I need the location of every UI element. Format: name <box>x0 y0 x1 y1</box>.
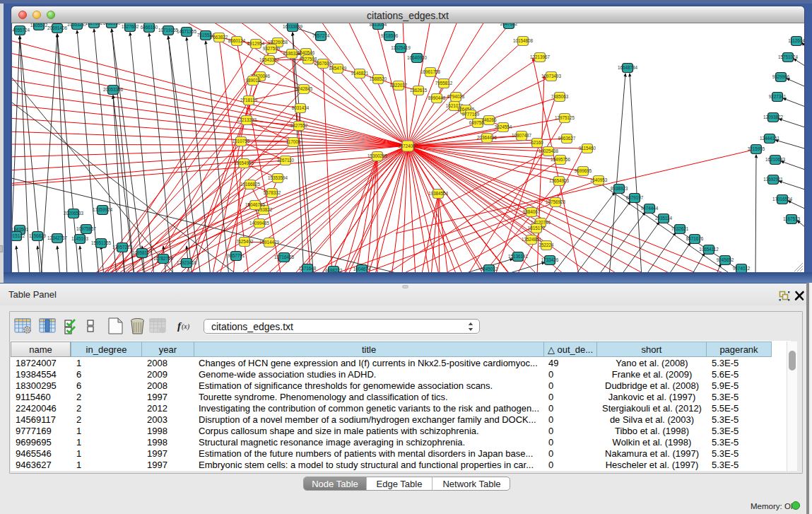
svg-text:6794028: 6794028 <box>447 94 465 99</box>
svg-text:15495756: 15495756 <box>551 157 571 162</box>
svg-text:1805572: 1805572 <box>30 23 48 28</box>
svg-text:14055724: 14055724 <box>12 28 30 33</box>
svg-text:19166825: 19166825 <box>240 182 261 187</box>
svg-text:7485063: 7485063 <box>551 94 569 99</box>
svg-text:20053346: 20053346 <box>103 87 124 92</box>
svg-text:9427552: 9427552 <box>290 123 308 128</box>
svg-text:8454749: 8454749 <box>329 66 347 71</box>
svg-text:15951355: 15951355 <box>91 240 112 245</box>
svg-text:9146821: 9146821 <box>351 71 369 76</box>
svg-text:17957223: 17957223 <box>112 245 133 250</box>
svg-text:13524851: 13524851 <box>522 237 542 242</box>
svg-text:14671355: 14671355 <box>177 29 197 34</box>
svg-text:10975857: 10975857 <box>76 226 97 231</box>
svg-text:13654923: 13654923 <box>549 178 570 183</box>
svg-text:15046765: 15046765 <box>245 202 266 207</box>
svg-text:14099485: 14099485 <box>249 221 270 226</box>
svg-text:2867608: 2867608 <box>314 61 332 66</box>
svg-text:16961758: 16961758 <box>420 69 441 74</box>
svg-text:6466160: 6466160 <box>103 23 121 25</box>
svg-text:17016504: 17016504 <box>772 197 793 201</box>
svg-text:62160: 62160 <box>531 140 543 145</box>
svg-text:16648784: 16648784 <box>618 65 638 70</box>
svg-text:1004674: 1004674 <box>353 267 371 271</box>
svg-text:12093872: 12093872 <box>763 115 784 119</box>
svg-text:12213333: 12213333 <box>237 117 257 122</box>
svg-text:9245652: 9245652 <box>717 257 734 262</box>
svg-text:20364436: 20364436 <box>477 135 498 140</box>
svg-text:6466160: 6466160 <box>141 25 158 30</box>
svg-text:9777169: 9777169 <box>462 112 480 117</box>
svg-text:8990448: 8990448 <box>428 95 446 100</box>
svg-text:1112604: 1112604 <box>788 38 804 43</box>
svg-text:1010755: 1010755 <box>233 139 250 144</box>
svg-text:10807487: 10807487 <box>512 133 532 138</box>
svg-text:9245012: 9245012 <box>481 267 498 271</box>
svg-text:252224: 252224 <box>539 243 554 247</box>
svg-text:6879197: 6879197 <box>626 195 644 200</box>
svg-text:11325419: 11325419 <box>391 45 411 50</box>
svg-text:15136141: 15136141 <box>508 254 529 259</box>
svg-text:10025438: 10025438 <box>539 148 559 153</box>
svg-text:1588520: 1588520 <box>370 76 387 81</box>
svg-text:1733426: 1733426 <box>541 257 559 262</box>
svg-text:12975125: 12975125 <box>555 115 575 120</box>
svg-text:8471676: 8471676 <box>686 236 704 241</box>
svg-text:7663822: 7663822 <box>211 35 228 40</box>
svg-text:5578332: 5578332 <box>264 190 281 195</box>
svg-text:16640910: 16640910 <box>407 55 428 60</box>
svg-text:10719155: 10719155 <box>158 28 179 33</box>
svg-text:16782759: 16782759 <box>153 256 174 261</box>
svg-text:3267110: 3267110 <box>277 158 295 163</box>
svg-text:9242845: 9242845 <box>295 86 313 91</box>
svg-text:20691406: 20691406 <box>47 25 68 30</box>
svg-text:9218506: 9218506 <box>381 33 399 38</box>
svg-text:9463627: 9463627 <box>558 136 576 141</box>
svg-text:9327509: 9327509 <box>263 46 281 51</box>
svg-text:15353594: 15353594 <box>268 175 288 180</box>
svg-text:1156829: 1156829 <box>29 233 47 238</box>
svg-text:746266: 746266 <box>481 117 497 122</box>
svg-text:8813054: 8813054 <box>370 23 387 27</box>
svg-text:(x): (x) <box>182 322 190 331</box>
svg-text:16914479: 16914479 <box>259 240 280 245</box>
svg-text:8322037: 8322037 <box>390 83 408 88</box>
svg-text:13692911: 13692911 <box>763 177 783 182</box>
svg-text:8912954: 8912954 <box>247 41 265 46</box>
svg-text:16033809: 16033809 <box>283 24 303 29</box>
svg-text:12444151: 12444151 <box>760 136 780 141</box>
svg-text:1362615: 1362615 <box>410 88 428 93</box>
svg-text:18724007: 18724007 <box>398 144 418 148</box>
svg-text:8660124: 8660124 <box>228 38 246 43</box>
svg-text:9699695: 9699695 <box>575 168 592 173</box>
svg-text:2047682: 2047682 <box>500 23 518 26</box>
svg-text:1640953: 1640953 <box>590 177 608 182</box>
svg-text:19384554: 19384554 <box>428 191 449 196</box>
svg-text:7632621: 7632621 <box>671 226 689 231</box>
svg-text:3624554: 3624554 <box>495 124 512 129</box>
svg-text:2935114: 2935114 <box>655 216 673 221</box>
svg-text:1527602: 1527602 <box>86 23 103 25</box>
svg-text:2718119: 2718119 <box>240 98 258 103</box>
svg-text:3915122: 3915122 <box>12 233 25 238</box>
svg-text:9227341: 9227341 <box>769 94 787 99</box>
svg-text:9474012: 9474012 <box>733 266 751 271</box>
svg-text:16543362: 16543362 <box>259 57 280 62</box>
svg-text:17359924: 17359924 <box>93 207 113 212</box>
svg-text:10958127: 10958127 <box>132 250 153 255</box>
svg-text:9857791: 9857791 <box>228 253 245 258</box>
svg-text:15300295: 15300295 <box>367 153 388 158</box>
svg-text:3215955: 3215955 <box>748 146 765 151</box>
svg-text:9474444: 9474444 <box>641 206 659 211</box>
svg-text:8031434: 8031434 <box>292 105 310 110</box>
svg-text:10553287: 10553287 <box>67 23 88 27</box>
svg-text:20206533: 20206533 <box>64 211 84 216</box>
svg-text:10154808: 10154808 <box>513 38 534 43</box>
svg-text:19654985: 19654985 <box>234 160 254 165</box>
svg-text:12923468: 12923468 <box>177 260 197 265</box>
svg-text:10973493: 10973493 <box>541 74 562 78</box>
svg-text:15751074: 15751074 <box>778 54 799 59</box>
svg-text:1167533: 1167533 <box>783 216 801 221</box>
svg-text:19756928: 19756928 <box>546 199 566 204</box>
svg-text:12342737: 12342737 <box>47 235 68 240</box>
